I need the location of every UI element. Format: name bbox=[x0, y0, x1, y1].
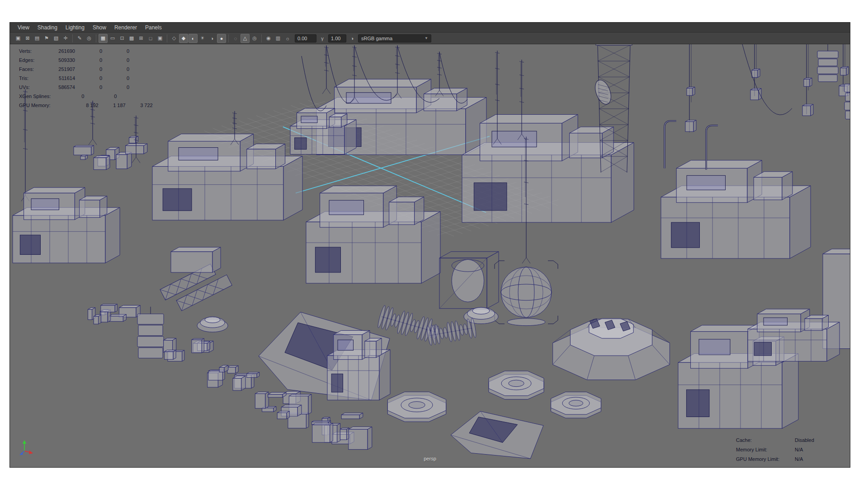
use-all-lights-icon[interactable]: ☀ bbox=[198, 34, 207, 43]
snapshot-icon[interactable]: ◎ bbox=[85, 34, 94, 43]
toolbar-group: ◇◆◐☀◑● bbox=[168, 34, 227, 43]
hud-stat-value: 0 bbox=[102, 75, 129, 81]
hud-stat-value: 0 bbox=[75, 66, 102, 72]
camera-name-label: persp bbox=[424, 456, 436, 461]
view-transform-icon[interactable]: ◑ bbox=[348, 34, 357, 43]
hud-stat-value: 0 bbox=[75, 75, 102, 81]
hud-stat-label: Edges: bbox=[19, 57, 48, 63]
hud-stat-value: 0 bbox=[102, 48, 129, 54]
screen-space-ao-icon[interactable]: ● bbox=[217, 34, 226, 43]
toolbar-icon-groups: ▣⊠▤⚑▧✛✎◎▦▭⊡▩⊞□▣◇◆◐☀◑●◌△◎◉▥☼ bbox=[12, 34, 293, 43]
x-ray-icon[interactable]: ▥ bbox=[274, 34, 283, 43]
lock-camera-icon[interactable]: ⊠ bbox=[23, 34, 32, 43]
hud-stat-label: GPU Memory: bbox=[19, 103, 52, 108]
depth-of-field-icon[interactable]: ◎ bbox=[250, 34, 259, 43]
menu-item-show[interactable]: Show bbox=[89, 23, 110, 32]
hud-poly-count: Verts:26169000Edges:50933000Faces:251907… bbox=[19, 47, 149, 110]
hud-cache-label: Memory Limit: bbox=[736, 447, 795, 452]
view-transform-dropdown[interactable]: sRGB gamma ▼ bbox=[358, 34, 431, 42]
safe-action-icon[interactable]: □ bbox=[146, 34, 155, 43]
hud-stat-row: Faces:25190700 bbox=[19, 65, 149, 74]
chevron-down-icon: ▼ bbox=[425, 36, 428, 40]
hud-stat-label: Tris: bbox=[19, 75, 48, 81]
hud-stat-value: 1 187 bbox=[99, 103, 126, 108]
toolbar-separator bbox=[167, 34, 167, 42]
menu-item-panels[interactable]: Panels bbox=[141, 23, 166, 32]
toolbar-separator bbox=[261, 34, 262, 42]
hud-stat-value: 0 bbox=[52, 94, 84, 99]
menu-item-lighting[interactable]: Lighting bbox=[61, 23, 89, 32]
hud-stat-value: 0 bbox=[84, 94, 117, 99]
safe-title-icon[interactable]: ▣ bbox=[156, 34, 165, 43]
anti-alias-icon[interactable]: △ bbox=[241, 34, 250, 43]
gamma-toggle-icon[interactable]: γ bbox=[318, 34, 327, 43]
toolbar-group: ▣⊠▤⚑▧✛ bbox=[12, 34, 71, 43]
image-plane-icon[interactable]: ▧ bbox=[52, 34, 61, 43]
wireframe-icon[interactable]: ◇ bbox=[170, 34, 179, 43]
hud-stat-value: 509330 bbox=[48, 57, 75, 63]
smooth-shade-icon[interactable]: ◆ bbox=[179, 34, 188, 43]
hud-stat-value: 586574 bbox=[48, 84, 75, 90]
field-chart-icon[interactable]: ⊞ bbox=[137, 34, 146, 43]
hud-stat-value: 0 bbox=[102, 66, 129, 72]
hud-cache-value: N/A bbox=[795, 456, 824, 462]
hud-stat-value: 251907 bbox=[48, 66, 75, 72]
panel-menu-bar: ViewShadingLightingShowRendererPanels bbox=[10, 23, 850, 33]
menu-item-renderer[interactable]: Renderer bbox=[110, 23, 141, 32]
menu-item-view[interactable]: View bbox=[14, 23, 33, 32]
hud-cache-row: Cache:Disabled bbox=[736, 435, 824, 445]
hud-stat-row: UVs:58657400 bbox=[19, 83, 149, 92]
view-transform-value: sRGB gamma bbox=[361, 36, 392, 41]
textured-icon[interactable]: ◐ bbox=[189, 34, 198, 43]
hud-cache-value: N/A bbox=[795, 447, 824, 452]
menu-item-shading[interactable]: Shading bbox=[33, 23, 61, 32]
hud-cache-value: Disabled bbox=[795, 437, 824, 443]
view-axis-gizmo[interactable] bbox=[18, 439, 33, 455]
hud-stat-value: 0 bbox=[75, 48, 102, 54]
hud-cache-row: Memory Limit:N/A bbox=[736, 445, 824, 454]
hud-stat-row: Verts:26169000 bbox=[19, 47, 149, 56]
hud-stat-row: GPU Memory:8 1921 1873 722 bbox=[19, 101, 149, 110]
hud-stat-row: Edges:50933000 bbox=[19, 56, 149, 65]
hud-stat-value: 0 bbox=[75, 57, 102, 63]
hud-cache-info: Cache:DisabledMemory Limit:N/AGPU Memory… bbox=[736, 435, 824, 464]
isolate-select-icon[interactable]: ◉ bbox=[264, 34, 273, 43]
exposure-toggle-icon[interactable]: ☼ bbox=[283, 34, 292, 43]
hud-stat-label: Faces: bbox=[19, 66, 48, 72]
toolbar-separator bbox=[228, 34, 229, 42]
hud-stat-value: 8 192 bbox=[71, 103, 99, 108]
gate-mask-icon[interactable]: ▩ bbox=[127, 34, 136, 43]
hud-stat-value: 0 bbox=[102, 57, 129, 63]
film-gate-icon[interactable]: ▭ bbox=[108, 34, 117, 43]
bookmarks-icon[interactable]: ⚑ bbox=[42, 34, 51, 43]
hud-stat-value: 261690 bbox=[48, 48, 75, 54]
toolbar-group: ◉▥☼ bbox=[263, 34, 293, 43]
resolution-gate-icon[interactable]: ⊡ bbox=[118, 34, 127, 43]
exposure-field[interactable]: 0.00 bbox=[295, 34, 316, 42]
select-camera-icon[interactable]: ▣ bbox=[14, 34, 23, 43]
viewport[interactable]: Verts:26169000Edges:50933000Faces:251907… bbox=[10, 44, 850, 467]
toolbar-group: ▦▭⊡▩⊞□▣ bbox=[97, 34, 166, 43]
grid-icon[interactable]: ▦ bbox=[99, 34, 108, 43]
gamma-field[interactable]: 1.00 bbox=[328, 34, 346, 42]
grease-pencil-icon[interactable]: ✎ bbox=[75, 34, 84, 43]
hud-stat-label: Verts: bbox=[19, 48, 48, 54]
maya-viewport-panel: ViewShadingLightingShowRendererPanels ▣⊠… bbox=[9, 22, 850, 468]
motion-blur-icon[interactable]: ◌ bbox=[231, 34, 240, 43]
hud-stat-label: UVs: bbox=[19, 84, 48, 90]
hud-cache-row: GPU Memory Limit:N/A bbox=[736, 454, 824, 464]
hud-cache-label: GPU Memory Limit: bbox=[736, 456, 795, 462]
hud-stat-value: 0 bbox=[75, 84, 102, 90]
camera-attributes-icon[interactable]: ▤ bbox=[33, 34, 42, 43]
hud-stat-value: 0 bbox=[102, 84, 129, 90]
hud-stat-row: XGen Splines:00 bbox=[19, 92, 149, 101]
hud-stat-row: Tris:51161400 bbox=[19, 74, 149, 83]
hud-stat-value: 3 722 bbox=[126, 103, 153, 108]
pan-zoom-icon[interactable]: ✛ bbox=[61, 34, 70, 43]
panel-toolbar: ▣⊠▤⚑▧✛✎◎▦▭⊡▩⊞□▣◇◆◐☀◑●◌△◎◉▥☼ 0.00 γ 1.00 … bbox=[10, 33, 850, 44]
toolbar-separator bbox=[72, 34, 73, 42]
shadows-icon[interactable]: ◑ bbox=[208, 34, 217, 43]
hud-cache-label: Cache: bbox=[736, 437, 795, 443]
toolbar-group: ◌△◎ bbox=[230, 34, 260, 43]
hud-stat-label: XGen Splines: bbox=[19, 94, 52, 99]
